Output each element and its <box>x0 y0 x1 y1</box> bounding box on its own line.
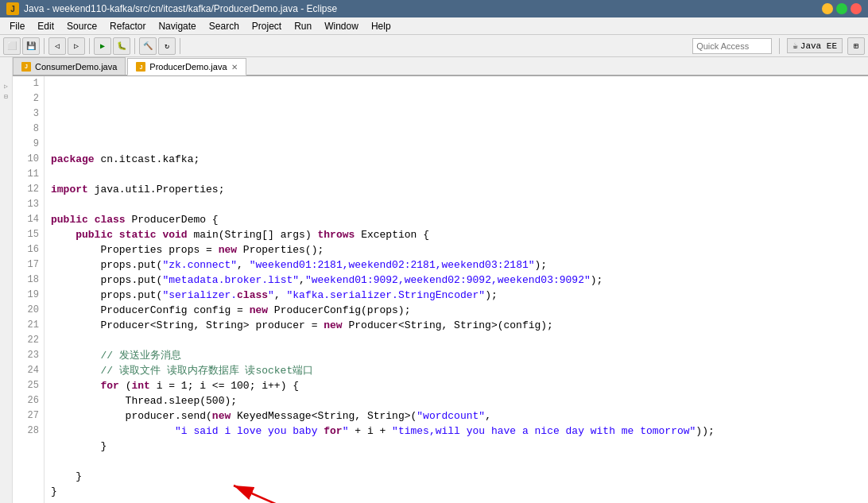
toolbar-separator-5 <box>779 38 780 54</box>
menu-item-edit[interactable]: Edit <box>31 19 60 33</box>
tab-consumer-demo[interactable]: J ConsumerDemo.java <box>13 57 126 75</box>
window-title: Java - weekend110-kafka/src/cn/itcast/ka… <box>24 3 337 14</box>
toolbar-separator-3 <box>134 38 135 54</box>
line-num: 10 <box>16 152 39 167</box>
tab-icon-consumer: J <box>21 62 31 72</box>
code-line: public class ProducerDemo { <box>51 212 862 227</box>
code-line: // 读取文件 读取内存数据库 读socket端口 <box>51 363 862 378</box>
tab-close-producer[interactable]: ✕ <box>231 63 238 72</box>
line-numbers: 1238910111213141516171819202122232425262… <box>13 76 45 503</box>
menu-item-project[interactable]: Project <box>246 19 288 33</box>
code-line: Producer<String, String> producer = new … <box>51 318 862 333</box>
code-line: package cn.itcast.kafka; <box>51 152 862 167</box>
perspective-label: Java EE <box>800 41 837 51</box>
code-line: props.put("metadata.broker.list","weeken… <box>51 273 862 288</box>
toolbar-btn-perspectives[interactable]: ⊞ <box>847 37 865 55</box>
code-line: import java.util.Properties; <box>51 182 862 197</box>
code-line: Properties props = new Properties(); <box>51 242 862 257</box>
line-num: 24 <box>16 363 39 378</box>
code-line: public static void main(String[] args) t… <box>51 227 862 242</box>
line-num: 19 <box>16 288 39 303</box>
line-num: 13 <box>16 197 39 212</box>
code-line: "i said i love you baby for" + i + "time… <box>51 424 862 439</box>
menu-item-refactor[interactable]: Refactor <box>103 19 152 33</box>
code-line <box>51 499 862 503</box>
tab-label-producer: ProducerDemo.java <box>149 62 227 72</box>
app-icon: J <box>6 2 19 15</box>
close-btn[interactable] <box>851 3 862 14</box>
tab-producer-demo[interactable]: J ProducerDemo.java ✕ <box>127 58 246 75</box>
minimize-btn[interactable] <box>822 3 833 14</box>
toolbar-separator-4 <box>180 38 180 54</box>
editor-container: J ConsumerDemo.java J ProducerDemo.java … <box>13 57 868 503</box>
code-line: ProducerConfig config = new ProducerConf… <box>51 303 862 318</box>
code-line: props.put("zk.connect", "weekend01:2181,… <box>51 257 862 273</box>
line-num: 14 <box>16 212 39 227</box>
code-area[interactable]: 1238910111213141516171819202122232425262… <box>13 76 868 503</box>
quick-access-area: ☕ Java EE ⊞ <box>692 37 865 55</box>
menu-item-run[interactable]: Run <box>288 19 318 33</box>
code-line: props.put("serializer.class", "kafka.ser… <box>51 288 862 303</box>
quick-access-input[interactable] <box>692 38 772 54</box>
line-num: 17 <box>16 257 39 273</box>
perspective-java-ee[interactable]: ☕ Java EE <box>787 38 843 53</box>
code-line <box>51 197 862 212</box>
gutter-icon-1: ▷ <box>4 83 8 90</box>
menu-item-source[interactable]: Source <box>60 19 103 33</box>
menu-item-navigate[interactable]: Navigate <box>152 19 202 33</box>
line-num: 22 <box>16 333 39 348</box>
toolbar-btn-new[interactable]: ⬜ <box>3 37 21 55</box>
toolbar-btn-back[interactable]: ◁ <box>48 37 66 55</box>
code-line: } <box>51 439 862 454</box>
maximize-btn[interactable] <box>836 3 847 14</box>
window-controls <box>822 3 862 14</box>
menu-bar: FileEditSourceRefactorNavigateSearchProj… <box>0 17 868 35</box>
line-num: 27 <box>16 408 39 424</box>
code-line: } <box>51 469 862 484</box>
line-num: 23 <box>16 348 39 363</box>
line-num: 28 <box>16 424 39 439</box>
code-line: Thread.sleep(500); <box>51 393 862 408</box>
code-line: producer.send(new KeyedMessage<String, S… <box>51 408 862 424</box>
menu-item-file[interactable]: File <box>3 19 31 33</box>
left-gutter: ▷ ⊟ <box>0 57 13 503</box>
menu-item-help[interactable]: Help <box>365 19 397 33</box>
menu-item-search[interactable]: Search <box>203 19 246 33</box>
line-num: 12 <box>16 182 39 197</box>
code-line: for (int i = 1; i <= 100; i++) { <box>51 378 862 393</box>
code-line <box>51 333 862 348</box>
line-num: 20 <box>16 303 39 318</box>
code-line <box>51 167 862 182</box>
toolbar-btn-save[interactable]: 💾 <box>22 37 40 55</box>
code-line <box>51 454 862 469</box>
line-num: 11 <box>16 167 39 182</box>
line-num: 18 <box>16 273 39 288</box>
toolbar-separator-2 <box>89 38 90 54</box>
code-line: } <box>51 484 862 499</box>
line-num: 3 <box>16 106 39 122</box>
line-num: 9 <box>16 137 39 152</box>
code-content[interactable]: package cn.itcast.kafka;import java.util… <box>45 76 868 503</box>
toolbar-btn-run[interactable]: ▶ <box>94 37 111 55</box>
toolbar-btn-build[interactable]: 🔨 <box>139 37 157 55</box>
line-num: 25 <box>16 378 39 393</box>
toolbar: ⬜ 💾 ◁ ▷ ▶ 🐛 🔨 ↻ ☕ Java EE ⊞ <box>0 35 868 57</box>
line-num: 1 <box>16 76 39 91</box>
line-num: 21 <box>16 318 39 333</box>
line-num: 8 <box>16 122 39 137</box>
toolbar-separator-1 <box>44 38 45 54</box>
gutter-icon-2: ⊟ <box>4 93 8 100</box>
line-num: 16 <box>16 242 39 257</box>
toolbar-btn-debug[interactable]: 🐛 <box>113 37 130 55</box>
line-num: 2 <box>16 91 39 106</box>
menu-item-window[interactable]: Window <box>318 19 365 33</box>
line-num: 26 <box>16 393 39 408</box>
toolbar-btn-refresh[interactable]: ↻ <box>158 37 176 55</box>
toolbar-btn-fwd[interactable]: ▷ <box>68 37 85 55</box>
java-ee-icon: ☕ <box>792 41 798 51</box>
tabs-bar: J ConsumerDemo.java J ProducerDemo.java … <box>13 57 868 76</box>
title-bar: J Java - weekend110-kafka/src/cn/itcast/… <box>0 0 868 17</box>
tab-label-consumer: ConsumerDemo.java <box>35 62 117 72</box>
code-line: // 发送业务消息 <box>51 348 862 363</box>
line-num: 15 <box>16 227 39 242</box>
